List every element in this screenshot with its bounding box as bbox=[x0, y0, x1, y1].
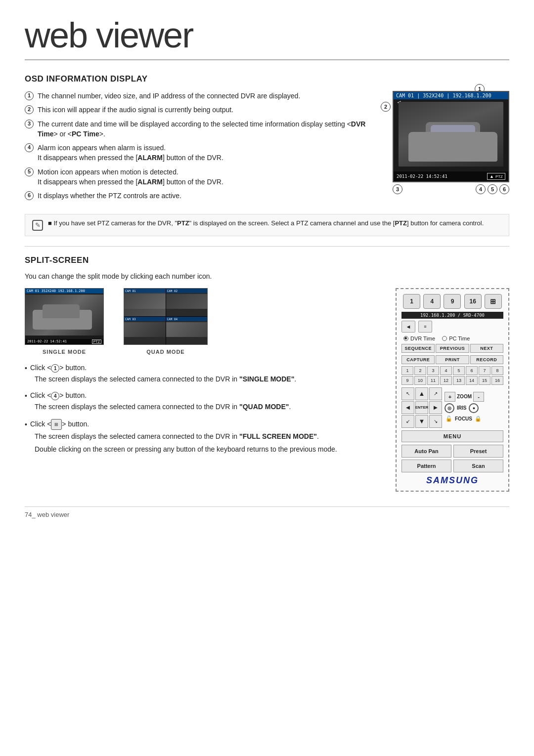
quad-cell-4: CAM 04 bbox=[166, 317, 208, 344]
osd-text-list: 1 The channel number, video size, and IP… bbox=[25, 91, 366, 205]
dvr-ch-14[interactable]: 14 bbox=[466, 376, 478, 385]
osd-desc-5: Motion icon appears when motion is detec… bbox=[38, 167, 223, 187]
zoom-iris-focus: + ZOOM - ◎ IRIS ● 🔓 FOCUS 🔒 bbox=[445, 387, 484, 428]
ptz-enter-btn[interactable]: ENTER bbox=[415, 401, 428, 414]
dvr-panel: 1 4 9 16 ⊞ 192.168.1.200 / SRD-4700 ◄ ≡ bbox=[396, 288, 509, 492]
osd-desc-6: It displays whether the PTZ controls are… bbox=[38, 191, 181, 201]
dvr-ch-2[interactable]: 2 bbox=[414, 366, 426, 375]
dvr-audio-btn[interactable]: ◄ bbox=[401, 321, 415, 333]
dvr-ch-6[interactable]: 6 bbox=[466, 366, 478, 375]
pc-time-radio[interactable] bbox=[442, 336, 447, 341]
osd-num-3: 3 bbox=[25, 120, 34, 128]
dvr-btn-4[interactable]: 4 bbox=[423, 294, 441, 309]
quad-cell-3: CAM 03 bbox=[124, 317, 166, 344]
focus-row: 🔓 FOCUS 🔒 bbox=[445, 415, 484, 423]
dvr-record-btn[interactable]: RECORD bbox=[470, 355, 503, 364]
osd-item-6: 6 It displays whether the PTZ controls a… bbox=[25, 191, 366, 201]
dvr-screen-btn[interactable]: ≡ bbox=[418, 321, 432, 333]
split-description: You can change the split mode by clickin… bbox=[25, 272, 509, 280]
quad-grid: CAM 01 CAM 02 CAM 03 bbox=[124, 289, 207, 344]
iris-row: ◎ IRIS ● bbox=[445, 403, 484, 413]
zoom-label: ZOOM bbox=[457, 394, 472, 399]
dvr-ch-7[interactable]: 7 bbox=[479, 366, 490, 375]
single-mode-label: SINGLE MODE bbox=[43, 349, 86, 355]
split-images: CAM 01 352X240 192.168.1.200 ◄ 2011-02-2… bbox=[25, 288, 381, 355]
dvr-seq-row: SEQUENCE PREVIOUS NEXT bbox=[401, 344, 503, 353]
dvr-ch-10[interactable]: 10 bbox=[414, 376, 426, 385]
dvr-btn-1[interactable]: 1 bbox=[403, 294, 420, 309]
bullet-item-3: • Click <⊞> button. The screen displays … bbox=[25, 419, 381, 455]
osd-list: 1 The channel number, video size, and IP… bbox=[25, 91, 366, 201]
osd-header: OSD INFORMATION DISPLAY bbox=[25, 74, 509, 84]
footer-text: 74_ web viewer bbox=[25, 511, 69, 518]
dvr-ch-9[interactable]: 9 bbox=[401, 376, 413, 385]
zoom-plus-btn[interactable]: + bbox=[445, 392, 455, 402]
bullet-row-2: • Click <4> button. bbox=[25, 391, 381, 400]
ptz-downright-btn[interactable]: ↘ bbox=[429, 415, 442, 428]
dvr-autopan-btn[interactable]: Auto Pan bbox=[401, 445, 451, 458]
dvr-ch-1[interactable]: 1 bbox=[401, 366, 413, 375]
dvr-next-btn[interactable]: NEXT bbox=[470, 344, 503, 353]
dvr-action-row: CAPTURE PRINT RECORD bbox=[401, 355, 503, 364]
inline-icon-fullscreen: ⊞ bbox=[51, 419, 62, 430]
dvr-btn-fullscreen[interactable]: ⊞ bbox=[485, 294, 502, 309]
ptz-down-btn[interactable]: ▼ bbox=[415, 415, 428, 428]
osd-item-2: 2 This icon will appear if the audio sig… bbox=[25, 105, 366, 115]
page-container: web viewer OSD INFORMATION DISPLAY 1 The… bbox=[0, 0, 534, 538]
mode-label-full: "FULL SCREEN MODE" bbox=[239, 432, 317, 440]
mode-label-quad: "QUAD MODE" bbox=[239, 403, 289, 411]
zoom-minus-btn[interactable]: - bbox=[473, 392, 484, 402]
note-icon: ✎ bbox=[32, 220, 43, 231]
dvr-menu-btn[interactable]: MENU bbox=[401, 430, 503, 442]
dvr-channel-grid: 1 2 3 4 5 6 7 8 9 10 11 12 13 14 15 16 bbox=[401, 366, 503, 385]
dvr-capture-btn[interactable]: CAPTURE bbox=[401, 355, 435, 364]
dvr-ch-4[interactable]: 4 bbox=[440, 366, 452, 375]
focus-near-icon: 🔓 bbox=[445, 415, 453, 423]
content-panel-layout: CAM 01 352X240 192.168.1.200 ◄ 2011-02-2… bbox=[25, 288, 509, 492]
dvr-btn-9[interactable]: 9 bbox=[444, 294, 461, 309]
ptz-downleft-btn[interactable]: ↙ bbox=[401, 415, 414, 428]
osd-num-1: 1 bbox=[25, 91, 34, 100]
dvr-preset-btn[interactable]: Preset bbox=[453, 445, 503, 458]
osd-num-6: 6 bbox=[25, 191, 34, 200]
dvr-print-btn[interactable]: PRINT bbox=[436, 355, 469, 364]
dvr-ch-15[interactable]: 15 bbox=[479, 376, 490, 385]
osd-num-5: 5 bbox=[25, 168, 34, 176]
iris-label: IRIS bbox=[457, 405, 466, 411]
ptz-text: PTZ bbox=[495, 174, 503, 179]
ptz-up-btn[interactable]: ▲ bbox=[415, 387, 428, 400]
dvr-btn-16[interactable]: 16 bbox=[464, 294, 482, 309]
osd-desc-4: Alarm icon appears when alarm is issued.… bbox=[38, 143, 223, 163]
bullet-item-1: • Click <1> button. The screen displays … bbox=[25, 364, 381, 384]
ptz-right-btn[interactable]: ► bbox=[429, 401, 442, 414]
quad-mode-block: CAM 01 CAM 02 CAM 03 bbox=[124, 288, 208, 355]
split-section: SPLIT-SCREEN You can change the split mo… bbox=[25, 255, 509, 492]
osd-screen-area: 1 2 CAM 01 | 352X240 | 192.168.1.200 ◄ bbox=[381, 91, 509, 205]
section-divider bbox=[25, 246, 509, 247]
car-roof-sm bbox=[43, 304, 80, 318]
single-bottom: 2011-02-22 14:52:41 PTZ bbox=[25, 339, 103, 344]
dvr-ch-16[interactable]: 16 bbox=[491, 376, 503, 385]
osd-screen-bar: CAM 01 | 352X240 | 192.168.1.200 bbox=[394, 92, 508, 99]
dvr-sequence-btn[interactable]: SEQUENCE bbox=[401, 344, 435, 353]
dvr-ch-5[interactable]: 5 bbox=[453, 366, 465, 375]
ptz-upleft-btn[interactable]: ↖ bbox=[401, 387, 414, 400]
dvr-pattern-btn[interactable]: Pattern bbox=[401, 460, 451, 472]
osd-num-2: 2 bbox=[25, 105, 34, 114]
dvr-ch-8[interactable]: 8 bbox=[491, 366, 503, 375]
dvr-scan-btn[interactable]: Scan bbox=[453, 460, 503, 472]
osd-item-5: 5 Motion icon appears when motion is det… bbox=[25, 167, 366, 187]
bullet-extra-3: Double clicking on the screen or pressin… bbox=[35, 444, 381, 455]
dvr-ch-12[interactable]: 12 bbox=[440, 376, 452, 385]
ptz-dir-pad: ↖ ▲ ↗ ◄ ENTER ► ↙ ▼ ↘ bbox=[401, 387, 442, 428]
dvr-previous-btn[interactable]: PREVIOUS bbox=[436, 344, 469, 353]
bullet-dot-1: • bbox=[25, 364, 27, 372]
main-content: CAM 01 352X240 192.168.1.200 ◄ 2011-02-2… bbox=[25, 288, 381, 462]
bullet-desc-3: The screen displays the selected camera … bbox=[35, 431, 381, 442]
dvr-ch-11[interactable]: 11 bbox=[427, 376, 439, 385]
ptz-upright-btn[interactable]: ↗ bbox=[429, 387, 442, 400]
ptz-left-btn[interactable]: ◄ bbox=[401, 401, 414, 414]
dvr-time-radio[interactable] bbox=[403, 336, 408, 341]
dvr-ch-3[interactable]: 3 bbox=[427, 366, 439, 375]
dvr-ch-13[interactable]: 13 bbox=[453, 376, 465, 385]
